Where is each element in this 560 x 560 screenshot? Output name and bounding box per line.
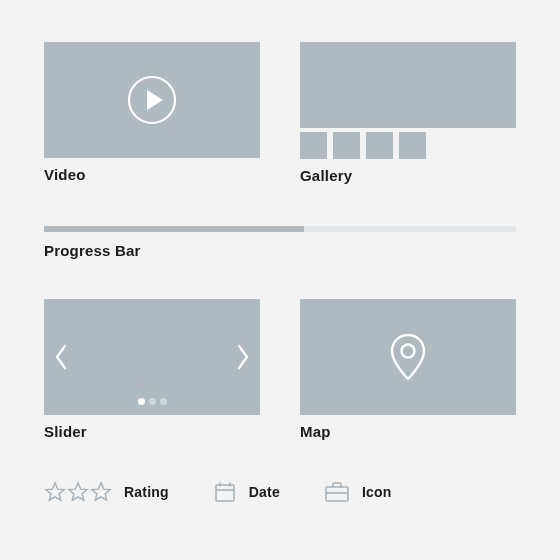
progress-bar[interactable] [44, 226, 516, 232]
progress-bar-label: Progress Bar [44, 242, 516, 259]
svg-marker-3 [46, 483, 64, 500]
gallery-main-image [300, 42, 516, 128]
svg-rect-6 [216, 485, 234, 501]
slider-dot[interactable] [160, 398, 167, 405]
date-widget[interactable]: Date [213, 480, 280, 504]
icon-label: Icon [362, 484, 392, 500]
slider-dot[interactable] [149, 398, 156, 405]
briefcase-icon [324, 480, 350, 504]
map-widget[interactable] [300, 299, 516, 415]
map-label: Map [300, 423, 516, 440]
slider-dots [44, 398, 260, 405]
svg-marker-1 [147, 90, 163, 110]
map-pin-icon [388, 331, 428, 383]
rating-widget[interactable]: Rating [44, 481, 169, 503]
rating-label: Rating [124, 484, 169, 500]
gallery-widget[interactable] [300, 42, 516, 159]
chevron-left-icon[interactable] [52, 342, 70, 372]
star-icon [67, 481, 89, 503]
play-icon [126, 74, 178, 126]
gallery-thumbnail[interactable] [366, 132, 393, 159]
gallery-label: Gallery [300, 167, 516, 184]
slider-label: Slider [44, 423, 260, 440]
star-icon [44, 481, 66, 503]
icon-widget[interactable]: Icon [324, 480, 392, 504]
gallery-thumbnails [300, 132, 516, 159]
video-label: Video [44, 166, 260, 183]
gallery-thumbnail[interactable] [399, 132, 426, 159]
gallery-thumbnail[interactable] [300, 132, 327, 159]
calendar-icon [213, 480, 237, 504]
slider-widget[interactable] [44, 299, 260, 415]
svg-marker-4 [69, 483, 87, 500]
video-widget[interactable] [44, 42, 260, 158]
slider-dot[interactable] [138, 398, 145, 405]
gallery-thumbnail[interactable] [333, 132, 360, 159]
svg-rect-10 [326, 487, 348, 501]
date-label: Date [249, 484, 280, 500]
chevron-right-icon[interactable] [234, 342, 252, 372]
star-icon [90, 481, 112, 503]
svg-marker-5 [92, 483, 110, 500]
svg-point-2 [402, 345, 415, 358]
